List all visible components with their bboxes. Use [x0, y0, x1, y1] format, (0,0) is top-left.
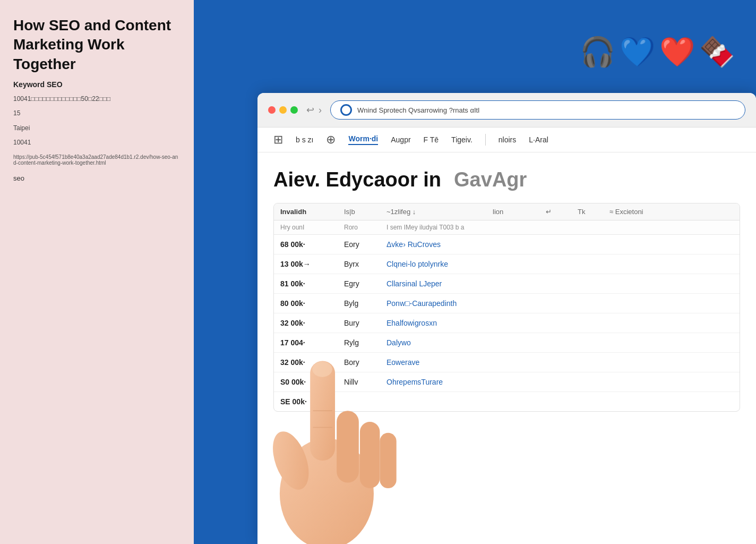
- address-bar[interactable]: Wnind Sprotech Qvsarrowing ?rnats αItl: [330, 100, 745, 120]
- top-blue-area: 🎧 💙 ❤️ 🍫: [194, 0, 756, 104]
- sub-roro: Roro: [338, 224, 380, 231]
- td-col2-5: Ehalfowigrosxn: [380, 319, 486, 327]
- table-row[interactable]: 81 00k· Egry Cllarsinal LJeper: [274, 274, 740, 294]
- table-row[interactable]: 80 00k· Bylg Ponw□-Caurapedinth: [274, 294, 740, 313]
- table-row[interactable]: S0 00k· Nillv OhrepemsTurare: [274, 372, 740, 392]
- td-num-1: 68 00k·: [274, 240, 338, 249]
- th-enter-icon: ↵: [546, 208, 552, 216]
- browser-chrome: ↩ › Wnind Sprotech Qvsarrowing ?rnats αI…: [257, 93, 756, 128]
- table-row[interactable]: 13 00k→ Byrx Clqnei-lo ptolynrke: [274, 254, 740, 274]
- th-tk[interactable]: Tk: [571, 208, 603, 216]
- svg-point-0: [280, 438, 374, 544]
- close-button[interactable]: [268, 106, 276, 114]
- sub-empty1: [486, 224, 539, 231]
- table-row[interactable]: 17 004· Rylg Dalywo: [274, 333, 740, 353]
- th-lifeg-label: ~1zlifeg ↓: [386, 208, 416, 216]
- th-excietoni[interactable]: ≈ Excietoni: [603, 208, 740, 216]
- heart-red-icon: ❤️: [659, 35, 695, 69]
- sidebar-meta-code: 10041: [13, 138, 181, 148]
- td-num-8: S0 00k·: [274, 378, 338, 386]
- sub-sem: I sem IMey iludyai T003 b a: [380, 224, 486, 231]
- td-num-4: 80 00k·: [274, 299, 338, 308]
- data-table: Invalidh Is|b ~1zlifeg ↓ lion ↵: [273, 203, 740, 412]
- heart-blue-icon: 💙: [620, 35, 655, 69]
- sidebar-title: How SEO and Content Marketing Work Toget…: [13, 16, 181, 74]
- td-col1-5: Bury: [338, 319, 380, 327]
- svg-rect-3: [360, 422, 380, 488]
- sub-empty3: [571, 224, 603, 231]
- td-col1-2: Byrx: [338, 260, 380, 268]
- svg-rect-2: [337, 411, 359, 482]
- td-col1-3: Egry: [338, 279, 380, 288]
- sub-empty4: [603, 224, 635, 231]
- td-num-5: 32 00k·: [274, 319, 338, 327]
- td-col2-8: OhrepemsTurare: [380, 378, 486, 386]
- browser-window: ↩ › Wnind Sprotech Qvsarrowing ?rnats αI…: [257, 93, 756, 544]
- td-col1-7: Bory: [338, 358, 380, 367]
- page-main-title: Aiev. Edycaoor in: [273, 168, 441, 191]
- toolbar-item-aral[interactable]: L·Aral: [529, 135, 548, 144]
- th-excietoni-label: ≈ Excietoni: [609, 208, 643, 216]
- td-num-9: SE 00k·: [274, 397, 338, 406]
- td-col1-6: Rylg: [338, 338, 380, 347]
- th-enter[interactable]: ↵: [539, 208, 571, 216]
- maximize-button[interactable]: [290, 106, 298, 114]
- headphone-icon: 🎧: [580, 35, 615, 69]
- th-tk-label: Tk: [578, 208, 585, 216]
- th-istb[interactable]: Is|b: [338, 208, 380, 216]
- td-num-2: 13 00k→: [274, 260, 338, 268]
- site-security-icon: [340, 104, 352, 116]
- td-num-3: 81 00k·: [274, 279, 338, 288]
- table-row[interactable]: SE 00k·: [274, 392, 740, 411]
- table-row[interactable]: 68 00k· Eory Δvke› RuCroves: [274, 235, 740, 254]
- sidebar-url: https://pub-5c454f571b8e40a3a2aad27ade84…: [13, 154, 181, 166]
- toolbar-item-te[interactable]: F Tē: [424, 135, 439, 144]
- table-row[interactable]: 32 00k· Bury Ehalfowigrosxn: [274, 313, 740, 333]
- toolbar-item-nloirs[interactable]: nloirs: [499, 135, 516, 144]
- sidebar-meta-city: Taipei: [13, 123, 181, 133]
- th-lion-label: lion: [493, 208, 503, 216]
- table-subheader: Hry ounI Roro I sem IMey iludyai T003 b …: [274, 220, 740, 235]
- td-num-6: 17 004·: [274, 338, 338, 347]
- app-toolbar: ⊞ b s zı ⊕ Worm·di Augpr F Tē Tigeiv. nl…: [257, 128, 756, 152]
- th-istb-label: Is|b: [344, 208, 355, 216]
- sidebar-tag: seo: [13, 174, 181, 182]
- page-subtitle: GavAgr: [454, 168, 527, 191]
- td-col1-8: Nillv: [338, 378, 380, 386]
- sub-empty2: [539, 224, 571, 231]
- th-lion[interactable]: lion: [486, 208, 539, 216]
- toolbar-icon-search[interactable]: ⊕: [326, 133, 336, 147]
- browser-nav: ↩ ›: [306, 104, 322, 116]
- back-icon[interactable]: ↩: [306, 104, 314, 116]
- table-row[interactable]: 32 00k· Bory Eowerave: [274, 353, 740, 372]
- td-col2-7: Eowerave: [380, 358, 486, 367]
- toolbar-divider: [485, 134, 486, 146]
- forward-icon[interactable]: ›: [319, 105, 322, 116]
- toolbar-item-tiger[interactable]: Tigeiv.: [451, 135, 472, 144]
- toolbar-item-worm[interactable]: Worm·di: [348, 134, 378, 145]
- td-col1-4: Bylg: [338, 299, 380, 308]
- svg-rect-4: [380, 433, 396, 488]
- sidebar-meta-number: 15: [13, 108, 181, 118]
- toolbar-icon-grid[interactable]: ⊞: [273, 133, 283, 147]
- sidebar: How SEO and Content Marketing Work Toget…: [0, 0, 194, 544]
- sub-hry: Hry ounI: [274, 224, 338, 231]
- sub-empty5: [635, 224, 740, 231]
- content-area: Aiev. Edycaoor in GavAgr Invalidh Is|b ~…: [257, 152, 756, 412]
- th-invalid[interactable]: Invalidh: [274, 208, 338, 216]
- table-header: Invalidh Is|b ~1zlifeg ↓ lion ↵: [274, 203, 740, 220]
- toolbar-item-1[interactable]: b s zı: [296, 135, 313, 144]
- browser-icons: 🎧 💙 ❤️ 🍫: [580, 35, 735, 69]
- th-lifeg[interactable]: ~1zlifeg ↓: [380, 208, 486, 216]
- traffic-lights: [268, 106, 298, 114]
- toolbar-item-augpr[interactable]: Augpr: [391, 135, 410, 144]
- minimize-button[interactable]: [279, 106, 287, 114]
- td-col2-2: Clqnei-lo ptolynrke: [380, 260, 486, 268]
- main-area: 🎧 💙 ❤️ 🍫 ↩ › Wnind Sprotech Qvsarrowing …: [194, 0, 756, 544]
- page-title-area: Aiev. Edycaoor in GavAgr: [273, 168, 740, 193]
- th-invalid-label: Invalidh: [280, 208, 306, 216]
- td-col2-4: Ponw□-Caurapedinth: [380, 299, 486, 308]
- svg-point-5: [266, 427, 316, 495]
- td-col1-1: Eory: [338, 240, 380, 249]
- td-col2-3: Cllarsinal LJeper: [380, 279, 486, 288]
